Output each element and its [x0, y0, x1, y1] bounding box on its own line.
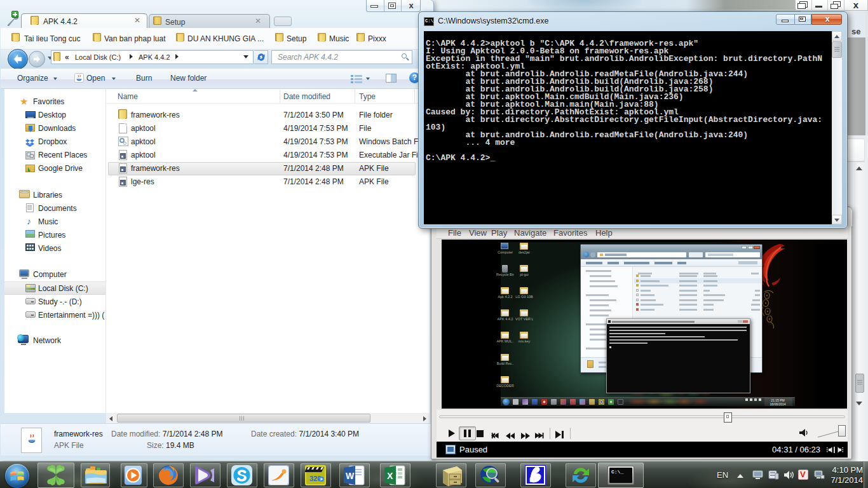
svg-text:W: W	[346, 471, 355, 481]
svg-text:X: X	[387, 471, 393, 481]
